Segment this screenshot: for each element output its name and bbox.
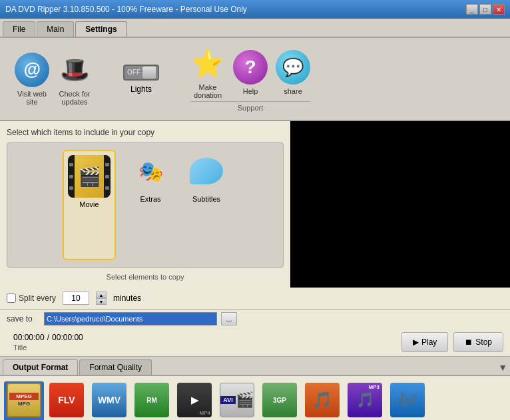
star-icon: ⭐: [190, 46, 225, 81]
play-icon: ▶: [413, 337, 419, 347]
format-wmv[interactable]: WMV WMV: [89, 381, 129, 420]
close-button[interactable]: ✕: [493, 4, 505, 15]
video-preview-panel: [290, 121, 510, 288]
split-every-spinner: ▲ ▼: [96, 292, 107, 305]
extras-icon: 🎭: [129, 150, 172, 192]
format-wav[interactable]: 🎵 WAV: [302, 381, 342, 420]
question-icon: ?: [233, 50, 268, 85]
output-tab-dropdown[interactable]: ▼: [498, 362, 507, 373]
mp4-icon: ▶ MP4: [177, 383, 212, 417]
spin-up[interactable]: ▲: [96, 292, 107, 298]
toggle-knob: [142, 66, 156, 79]
at-icon: @: [15, 53, 49, 87]
tab-output-format[interactable]: Output Format: [3, 359, 78, 375]
total-time: 00:00:00: [52, 333, 83, 342]
save-to-label: save to: [7, 314, 40, 323]
playback-time-section: 00:00:00 / 00:00:00Title: [7, 333, 396, 351]
controls-row: Split every ▲ ▼ minutes: [0, 288, 510, 310]
split-minutes-label: minutes: [113, 294, 141, 303]
make-donation-button[interactable]: ⭐ Makedonation: [190, 46, 225, 99]
toolbar-section-support: ⭐ Makedonation ? Help 💬 share Support: [184, 43, 317, 114]
spin-down[interactable]: ▼: [96, 298, 107, 305]
main-tabs: File Main Settings: [0, 19, 510, 38]
magic-hat-icon: 🎩: [57, 53, 92, 87]
make-donation-label: Makedonation: [194, 83, 222, 99]
copy-section-title: Select which items to include in your co…: [7, 128, 284, 137]
avi-icon: AVI 🎬: [220, 383, 254, 417]
minimize-button[interactable]: _: [466, 4, 478, 15]
flv-icon: FLV: [49, 383, 84, 417]
format-mp3[interactable]: MP3 🎵 MP3: [345, 381, 385, 420]
help-button[interactable]: ? Help: [233, 50, 268, 95]
output-format-tabs: Output Format Format Quality ▼: [0, 357, 510, 376]
lights-section-label: Lights: [130, 85, 152, 94]
format-mpg[interactable]: MPEG MPG MPG: [4, 381, 44, 420]
title-label: Title: [13, 343, 83, 351]
wmv-icon: WMV: [92, 383, 127, 417]
window-title: DA DVD Ripper 3.10.850.500 - 100% Freewa…: [5, 5, 247, 14]
movie-label: Movie: [79, 200, 99, 208]
format-icons-row: MPEG MPG MPG FLV FLV WMV WMV RM RMVB ▶ M…: [0, 376, 510, 420]
format-wma[interactable]: 🎶 WMA: [387, 381, 427, 420]
check-updates-button[interactable]: 🎩 Check forupdates: [57, 53, 92, 106]
subtitles-label: Subtitles: [192, 195, 220, 203]
share-label: share: [284, 87, 302, 95]
wma-icon: 🎶: [390, 383, 425, 417]
browse-button[interactable]: ...: [221, 312, 237, 325]
tab-file[interactable]: File: [3, 21, 35, 37]
3gp-icon: 3GP: [262, 383, 297, 417]
copy-item-movie[interactable]: 🎬 Movie: [63, 150, 116, 260]
title-bar: DA DVD Ripper 3.10.850.500 - 100% Freewa…: [0, 0, 510, 19]
split-every-input[interactable]: [63, 292, 89, 305]
split-every-label: Split every: [7, 294, 56, 303]
help-label: Help: [243, 87, 258, 95]
tab-settings[interactable]: Settings: [75, 21, 127, 37]
maximize-button[interactable]: □: [479, 4, 491, 15]
format-avi[interactable]: AVI 🎬 AVI: [217, 381, 257, 420]
check-updates-label: Check forupdates: [59, 90, 90, 106]
copy-item-subtitles[interactable]: Subtitles: [185, 150, 228, 260]
tab-main[interactable]: Main: [37, 21, 74, 37]
main-content: Select which items to include in your co…: [0, 121, 510, 288]
tab-format-quality[interactable]: Format Quality: [79, 359, 152, 375]
copy-item-extras[interactable]: 🎭 Extras: [129, 150, 172, 260]
select-elements-label: Select elements to copy: [7, 273, 284, 281]
toolbar-section-lights: OFF Lights: [110, 62, 172, 97]
toolbar: @ Visit website 🎩 Check forupdates OFF L…: [0, 38, 510, 121]
rmvb-icon: RM: [134, 383, 169, 417]
current-time: 00:00:00: [13, 333, 45, 342]
share-button[interactable]: 💬 share: [276, 50, 310, 95]
left-panel: Select which items to include in your co…: [0, 121, 290, 288]
mpg-icon: MPEG MPG: [7, 383, 41, 417]
mp3-icon: MP3 🎵: [348, 383, 382, 417]
split-every-checkbox[interactable]: [7, 294, 16, 303]
visit-web-button[interactable]: @ Visit website: [15, 53, 49, 106]
toolbar-section-visit: @ Visit website 🎩 Check forupdates: [8, 50, 99, 108]
format-3gp[interactable]: 3GP 3GP: [260, 381, 300, 420]
movie-icon: 🎬: [68, 155, 111, 198]
toggle-off-text: OFF: [127, 69, 140, 76]
lights-toggle[interactable]: OFF: [123, 65, 159, 81]
copy-items-box: 🎬 Movie 🎭 Extras Subtitles: [7, 142, 284, 268]
wav-icon: 🎵: [305, 383, 340, 417]
support-section-label: Support: [190, 101, 310, 112]
format-rmvb[interactable]: RM RMVB: [132, 381, 172, 420]
save-to-input[interactable]: [44, 312, 217, 325]
visit-web-label: Visit website: [17, 90, 47, 106]
format-flv[interactable]: FLV FLV: [47, 381, 87, 420]
playback-row: 00:00:00 / 00:00:00Title ▶ Play ⏹ Stop: [0, 328, 510, 357]
stop-button[interactable]: ⏹ Stop: [453, 332, 503, 352]
window-controls: _ □ ✕: [466, 4, 505, 15]
extras-label: Extras: [140, 195, 160, 203]
play-button[interactable]: ▶ Play: [401, 332, 448, 352]
format-mp4[interactable]: ▶ MP4 MP4: [174, 381, 214, 420]
save-to-row: save to ...: [0, 310, 510, 328]
chat-icon: 💬: [276, 50, 310, 85]
stop-icon: ⏹: [465, 337, 473, 347]
video-preview: [290, 121, 510, 288]
subtitles-icon: [185, 150, 228, 192]
